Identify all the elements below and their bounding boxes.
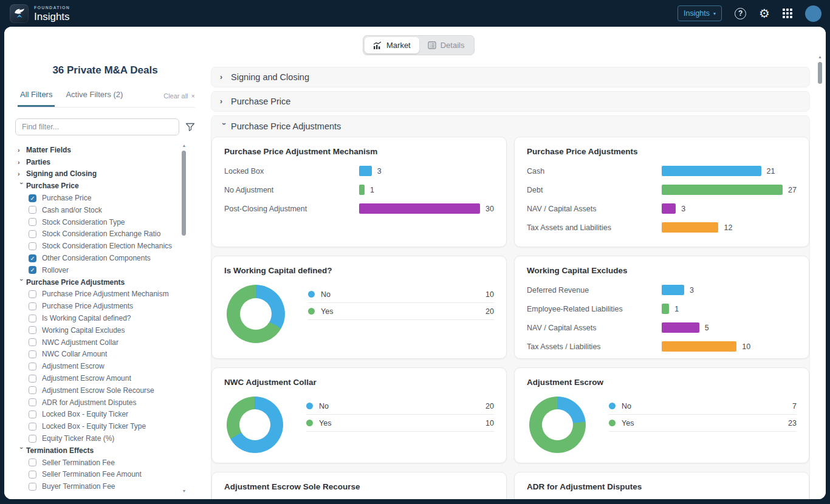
filter-item[interactable]: ✓Rollover — [18, 264, 206, 276]
filter-item[interactable]: Locked Box - Equity Ticker Type — [18, 420, 206, 432]
filter-checkbox[interactable] — [29, 363, 36, 370]
tree-section[interactable]: ›Signing and Closing — [18, 168, 206, 180]
market-toggle-button[interactable]: Market — [365, 37, 419, 53]
filter-checkbox[interactable] — [29, 302, 36, 310]
avatar[interactable] — [805, 5, 821, 22]
filter-checkbox[interactable] — [29, 375, 36, 383]
legend-row[interactable]: Yes20 — [308, 303, 494, 320]
legend-row[interactable]: No10 — [308, 286, 494, 303]
chevron-right-icon: › — [220, 73, 228, 81]
sidebar-scrollbar-thumb[interactable] — [182, 151, 186, 236]
insights-dropdown[interactable]: Insights ▾ — [677, 5, 722, 21]
filter-checkbox[interactable] — [29, 338, 36, 346]
filter-checkbox[interactable] — [29, 326, 36, 334]
bar-segment[interactable] — [359, 203, 480, 214]
filter-checkbox[interactable] — [29, 458, 36, 466]
tree-section[interactable]: ›Matter Fields — [18, 144, 206, 156]
tree-section[interactable]: ›Parties — [18, 156, 206, 168]
bar-segment[interactable] — [662, 304, 669, 314]
filter-item[interactable]: ADR for Adjustment Disputes — [18, 397, 206, 409]
filter-checkbox[interactable]: ✓ — [29, 254, 36, 262]
donut-chart[interactable] — [227, 285, 285, 343]
legend-row[interactable]: Yes23 — [609, 415, 797, 432]
filter-checkbox[interactable]: ✓ — [29, 266, 36, 274]
insights-dropdown-label: Insights — [684, 9, 710, 18]
filter-item[interactable]: Equity Ticker Rate (%) — [18, 432, 206, 444]
main-scrollbar[interactable]: ▲ — [817, 55, 823, 480]
filter-item[interactable]: Buyer Termination Fee — [18, 480, 206, 492]
clear-all-button[interactable]: Clear all × — [163, 92, 195, 107]
section-purchase-price-adjustments-header[interactable]: › Purchase Price Adjustments — [211, 116, 809, 137]
filter-item[interactable]: NWC Adjustment Collar — [18, 336, 206, 349]
help-icon[interactable]: ? — [735, 8, 746, 19]
filter-item[interactable]: Purchase Price Adjustments — [18, 300, 206, 312]
legend-row[interactable]: No7 — [609, 398, 797, 415]
section-purchase-price[interactable]: › Purchase Price — [211, 91, 810, 112]
filter-checkbox[interactable] — [29, 471, 36, 478]
donut-chart[interactable] — [529, 397, 586, 453]
filter-checkbox[interactable] — [29, 230, 36, 238]
filter-checkbox[interactable] — [29, 435, 36, 443]
filter-item[interactable]: ✓Other Consideration Components — [18, 252, 206, 264]
filter-item[interactable]: Stock Consideration Type — [18, 216, 206, 228]
chevron-right-icon: › — [18, 170, 26, 177]
legend-row[interactable]: Yes10 — [306, 415, 494, 432]
gear-icon[interactable]: ⚙ — [759, 7, 770, 19]
filter-checkbox[interactable] — [29, 398, 36, 406]
tree-section[interactable]: ›Purchase Price — [18, 180, 206, 192]
tab-active-filters[interactable]: Active Filters (2) — [63, 90, 125, 107]
filter-checkbox[interactable] — [29, 315, 36, 322]
filter-item[interactable]: Adjustment Escrow Sole Recourse — [18, 384, 206, 397]
filter-checkbox[interactable] — [29, 206, 36, 214]
filter-checkbox[interactable] — [29, 410, 36, 418]
filter-item[interactable]: ✓Purchase Price — [18, 192, 206, 204]
tree-section[interactable]: ›Purchase Price Adjustments — [18, 276, 206, 288]
filter-item[interactable]: Stock Consideration Exchange Ratio — [18, 228, 206, 240]
section-signing-and-closing[interactable]: › Signing and Closing — [211, 67, 810, 87]
bar-category-label: NAV / Capital Assets — [527, 324, 662, 332]
filter-checkbox[interactable] — [29, 483, 36, 491]
filter-item[interactable]: Seller Termination Fee — [18, 457, 206, 469]
donut-chart[interactable] — [227, 397, 283, 453]
scroll-up-icon[interactable]: ▲ — [817, 55, 823, 59]
filter-checkbox[interactable] — [29, 242, 36, 250]
filter-checkbox[interactable] — [29, 290, 36, 298]
filter-checkbox[interactable]: ✓ — [29, 194, 36, 202]
filter-checkbox[interactable] — [29, 423, 36, 431]
filter-item[interactable]: Seller Termination Fee Amount — [18, 469, 206, 481]
filter-item[interactable]: NWC Collar Amount — [18, 349, 206, 361]
tree-section[interactable]: ›Termination Effects — [18, 444, 206, 457]
filter-item[interactable]: Stock Consideration Election Mechanics — [18, 240, 206, 252]
search-input[interactable] — [15, 118, 179, 135]
filter-item[interactable]: Locked Box - Equity Ticker — [18, 409, 206, 421]
sidebar-scrollbar[interactable]: ▲ ▼ — [182, 143, 187, 493]
filter-item[interactable]: Working Capital Excludes — [18, 324, 206, 336]
scroll-down-icon[interactable]: ▼ — [182, 489, 187, 493]
bar-segment[interactable] — [662, 285, 684, 295]
filter-item[interactable]: Adjustment Escrow — [18, 360, 206, 372]
filter-item[interactable]: Cash and/or Stock — [18, 204, 206, 216]
details-toggle-button[interactable]: Details — [419, 37, 473, 53]
filter-checkbox[interactable] — [29, 386, 36, 394]
bar-segment[interactable] — [359, 166, 372, 176]
bar-segment[interactable] — [359, 185, 365, 195]
scroll-up-icon[interactable]: ▲ — [182, 143, 187, 148]
bar-segment[interactable] — [662, 166, 761, 176]
filter-funnel-icon[interactable] — [185, 123, 195, 132]
filter-item[interactable]: Adjustment Escrow Amount — [18, 372, 206, 384]
bar-segment[interactable] — [662, 322, 699, 333]
filter-checkbox[interactable] — [29, 350, 36, 358]
bar-segment[interactable] — [662, 185, 783, 195]
main-scrollbar-thumb[interactable] — [818, 62, 822, 84]
legend-row[interactable]: No20 — [306, 398, 494, 415]
filter-item[interactable]: Is Working Capital defined? — [18, 312, 206, 324]
bar-segment[interactable] — [662, 341, 736, 352]
tab-all-filters[interactable]: All Filters — [18, 90, 55, 107]
bar-segment[interactable] — [662, 222, 718, 233]
filter-checkbox[interactable] — [29, 218, 36, 226]
foundation-logo-icon[interactable] — [10, 4, 29, 23]
bar-segment[interactable] — [662, 203, 676, 214]
filter-item[interactable]: Purchase Price Adjustment Mechanism — [18, 288, 206, 301]
apps-grid-icon[interactable] — [783, 9, 792, 18]
chart-title: Purchase Price Adjustments — [527, 147, 797, 156]
